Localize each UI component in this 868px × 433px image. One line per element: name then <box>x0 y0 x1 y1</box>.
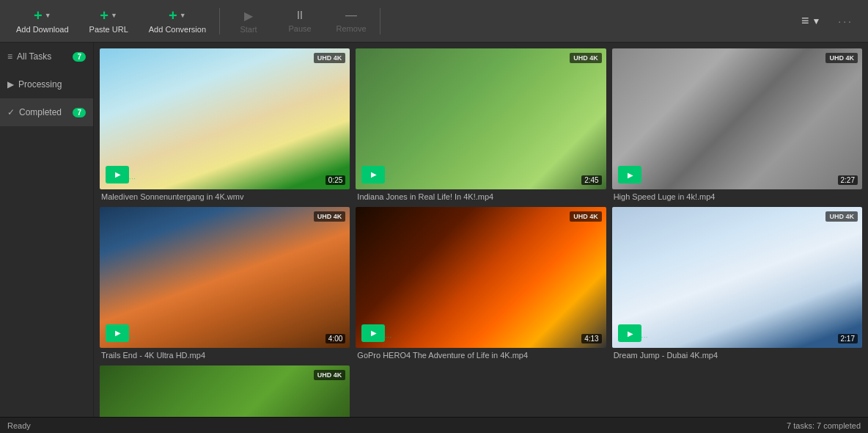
paste-url-label: Paste URL <box>89 25 128 34</box>
add-download-icon-area: + ▼ <box>34 8 51 23</box>
toolbar: + ▼ Add Download + ▼ Paste URL + ▼ Add C… <box>0 0 868 43</box>
status-right: 7 tasks: 7 completed <box>787 421 861 430</box>
uhd-badge: UHD 4K <box>825 53 858 63</box>
status-left: Ready <box>7 421 31 430</box>
video-item[interactable]: UHD 4K 2:27 ··· High Speed Luge in 4k!.m… <box>612 48 862 201</box>
dropdown-arrow-icon: ▼ <box>45 12 51 19</box>
sidebar-item-completed[interactable]: ✓ Completed 7 <box>0 98 93 126</box>
paste-url-button[interactable]: + ▼ Paste URL <box>79 4 139 38</box>
sidebar: ≡ All Tasks 7 ▶ Processing ✓ Completed 7 <box>0 43 94 417</box>
video-thumbnail: UHD 4K 0:25 ··· <box>100 48 350 189</box>
content-area: UHD 4K 0:25 ··· Malediven Sonnenuntergan… <box>94 43 868 417</box>
video-item[interactable]: UHD 4K 2:45 ··· Indiana Jones in Real Li… <box>356 48 606 201</box>
thumb-background <box>356 48 606 189</box>
sidebar-processing-label: Processing <box>18 79 62 90</box>
all-tasks-badge: 7 <box>73 52 86 62</box>
start-button[interactable]: ▶ Start <box>223 4 274 38</box>
add-conversion-button[interactable]: + ▼ Add Conversion <box>139 4 216 38</box>
video-title: Dream Jump - Dubai 4K.mp4 <box>612 351 862 360</box>
start-icon: ▶ <box>244 9 253 23</box>
uhd-badge: UHD 4K <box>314 370 346 380</box>
video-duration: 2:27 <box>838 175 858 185</box>
completed-icon: ✓ <box>7 107 15 117</box>
video-duration: 0:25 <box>326 175 345 185</box>
thumb-background <box>100 207 350 348</box>
uhd-badge: UHD 4K <box>825 211 858 222</box>
remove-button[interactable]: — Remove <box>326 4 377 37</box>
main-area: ≡ All Tasks 7 ▶ Processing ✓ Completed 7… <box>0 43 868 417</box>
add-download-label: Add Download <box>16 25 69 34</box>
video-duration: 2:45 <box>581 175 601 185</box>
processing-icon: ▶ <box>7 79 14 90</box>
add-download-button[interactable]: + ▼ Add Download <box>6 4 79 38</box>
video-item[interactable]: UHD 4K 0:25 ··· Malediven Sonnenuntergan… <box>100 48 350 201</box>
play-dots: ··· <box>129 334 136 341</box>
play-overlay-button[interactable] <box>106 166 129 183</box>
toolbar-divider-2 <box>380 8 380 34</box>
statusbar: Ready 7 tasks: 7 completed <box>0 417 868 433</box>
thumb-background <box>612 48 862 189</box>
sidebar-item-processing[interactable]: ▶ Processing <box>0 70 93 98</box>
pause-label: Pause <box>288 24 311 33</box>
uhd-badge: UHD 4K <box>314 53 346 63</box>
hamburger-icon: ≡ <box>801 13 809 29</box>
video-title: GoPro HERO4 The Adventure of Life in 4K.… <box>356 351 606 360</box>
paste-url-icon-area: + ▼ <box>100 8 117 23</box>
play-dots: ··· <box>385 334 392 341</box>
thumb-background <box>100 48 350 189</box>
more-options-button[interactable]: ··· <box>829 10 862 33</box>
play-overlay-button[interactable] <box>361 166 385 183</box>
thumb-background <box>100 365 350 417</box>
paste-dropdown-arrow-icon: ▼ <box>111 12 117 19</box>
conversion-plus-icon: + <box>169 8 177 23</box>
add-conversion-icon-area: + ▼ <box>169 8 186 23</box>
hamburger-dropdown-icon: ▼ <box>812 16 820 26</box>
toolbar-divider-1 <box>219 8 220 34</box>
pause-icon: ⏸ <box>294 9 306 22</box>
sidebar-item-all-tasks[interactable]: ≡ All Tasks 7 <box>0 43 93 70</box>
video-thumbnail: UHD 4K 2:45 ··· <box>356 48 606 189</box>
play-overlay-button[interactable] <box>361 324 385 342</box>
uhd-badge: UHD 4K <box>314 211 346 222</box>
video-thumbnail: UHD 4K 2:17 ··· <box>612 207 862 348</box>
video-title: High Speed Luge in 4k!.mp4 <box>612 192 862 201</box>
video-item[interactable]: UHD 4K ··· <box>100 365 350 417</box>
hamburger-menu-button[interactable]: ≡ ▼ <box>792 7 829 34</box>
video-thumbnail: UHD 4K 4:13 ··· <box>356 207 606 348</box>
play-overlay-button[interactable] <box>618 166 641 183</box>
video-grid: UHD 4K 0:25 ··· Malediven Sonnenuntergan… <box>100 48 862 417</box>
play-dots: ··· <box>641 175 649 182</box>
video-thumbnail: UHD 4K 2:27 ··· <box>612 48 862 189</box>
video-duration: 2:17 <box>838 334 858 343</box>
play-dots: ··· <box>385 175 392 182</box>
list-icon: ≡ <box>7 51 12 62</box>
play-overlay-button[interactable] <box>106 324 129 342</box>
conversion-dropdown-arrow-icon: ▼ <box>180 12 186 19</box>
video-item[interactable]: UHD 4K 4:13 ··· GoPro HERO4 The Adventur… <box>356 207 606 360</box>
thumb-background <box>356 207 606 348</box>
video-thumbnail: UHD 4K 4:00 ··· <box>100 207 350 348</box>
plus-icon: + <box>34 8 43 23</box>
video-title: Indiana Jones in Real Life! In 4K!.mp4 <box>356 192 606 201</box>
pause-button[interactable]: ⏸ Pause <box>274 4 326 37</box>
thumb-background <box>612 207 862 348</box>
video-title: Trails End - 4K Ultra HD.mp4 <box>100 351 350 360</box>
completed-badge: 7 <box>73 108 86 117</box>
uhd-badge: UHD 4K <box>570 53 602 63</box>
video-duration: 4:00 <box>326 334 345 343</box>
play-overlay-button[interactable] <box>618 324 641 342</box>
video-item[interactable]: UHD 4K 2:17 ··· Dream Jump - Dubai 4K.mp… <box>612 207 862 360</box>
add-conversion-label: Add Conversion <box>149 25 206 34</box>
start-label: Start <box>240 25 257 34</box>
video-duration: 4:13 <box>581 334 601 343</box>
video-title: Malediven Sonnenuntergang in 4K.wmv <box>100 192 350 201</box>
video-item[interactable]: UHD 4K 4:00 ··· Trails End - 4K Ultra HD… <box>100 207 350 360</box>
sidebar-completed-label: Completed <box>19 107 62 117</box>
play-dots: ··· <box>129 175 136 182</box>
play-dots: ··· <box>641 334 649 341</box>
sidebar-all-tasks-label: All Tasks <box>17 51 51 62</box>
uhd-badge: UHD 4K <box>570 211 602 222</box>
remove-icon: — <box>345 9 357 22</box>
video-thumbnail: UHD 4K ··· <box>100 365 350 417</box>
remove-label: Remove <box>336 24 367 33</box>
